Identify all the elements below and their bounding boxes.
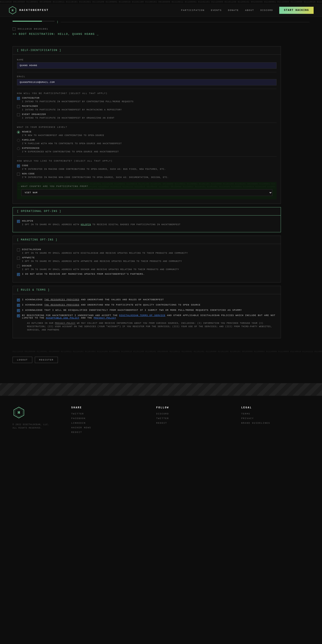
footer-share-linkedin[interactable]: LINKEDIN bbox=[71, 422, 139, 424]
maintainer-checkbox[interactable] bbox=[17, 105, 20, 108]
no-marketing-row: I DO NOT WISH TO RECEIVE ANY MARKETING U… bbox=[17, 273, 277, 276]
divider-3 bbox=[17, 122, 277, 123]
experienced-desc: I'M EXPERIENCED WITH CONTRIBUTING TO OPE… bbox=[22, 151, 277, 153]
holopin-row: HOLOPIN bbox=[17, 220, 277, 223]
footer-share-reddit[interactable]: REDDIT bbox=[71, 431, 139, 434]
holopin-desc: I OPT IN TO SHARE MY EMAIL ADDRESS WITH … bbox=[22, 224, 277, 226]
newbie-label: NEWBIE bbox=[22, 130, 32, 133]
nav-logo: H HACKTOBERFEST bbox=[8, 6, 49, 14]
docker-checkbox[interactable] bbox=[17, 265, 20, 268]
experience-familiar-item: FAMILIAR I'M FAMILIAR WITH HOW TO CONTRI… bbox=[17, 139, 277, 145]
experienced-radio[interactable] bbox=[17, 147, 20, 150]
email-label: EMAIL bbox=[17, 76, 277, 78]
footer-legal-brand[interactable]: BRAND GUIDELINES bbox=[241, 422, 310, 424]
maintainer-label: MAINTAINER bbox=[22, 105, 38, 108]
appwrite-row: APPWRITE bbox=[17, 256, 277, 260]
organizer-desc: I INTEND TO PARTICIPATE IN HACKTOBERFEST… bbox=[22, 117, 277, 119]
rule2-item: I ACKNOWLEDGE THE RESOURCES PROVIDED AND… bbox=[17, 304, 277, 307]
rule1-checkbox[interactable] bbox=[17, 298, 20, 302]
footer-legal-privacy[interactable]: PRIVACY bbox=[241, 417, 310, 420]
no-marketing-item: I DO NOT WISH TO RECEIVE ANY MARKETING U… bbox=[17, 273, 277, 276]
progress-bar-fill bbox=[12, 21, 42, 22]
experience-experienced-row: EXPERIENCED bbox=[17, 147, 277, 150]
nav-link-discord[interactable]: DISCORD bbox=[260, 9, 273, 12]
footer-share-facebook[interactable]: FACEBOOK bbox=[71, 417, 139, 420]
footer-share-twitter[interactable]: TWITTER bbox=[71, 412, 139, 415]
docker-desc: I OPT IN TO SHARE MY EMAIL ADDRESS WITH … bbox=[22, 268, 277, 271]
country-select[interactable]: VIET NAM UNITED STATES UNITED KINGDOM GE… bbox=[21, 189, 272, 196]
rule3-row: I ACKNOWLEDGE THAT I WILL BE DISQUALIFIE… bbox=[17, 309, 277, 312]
nav-link-donate[interactable]: DONATE bbox=[228, 9, 239, 12]
register-button[interactable]: REGISTER bbox=[35, 357, 58, 363]
rule5-content: AS OUTLINED IN OUR PRIVACY POLICY WE MAY… bbox=[17, 321, 277, 332]
footer-follow-discord[interactable]: DISCORD bbox=[156, 412, 224, 415]
participation-maintainer-item: MAINTAINER I INTEND TO PARTICIPATE IN HA… bbox=[17, 105, 277, 111]
digitalocean-item: DIGITALOCEAN I OPT IN TO SHARE MY EMAIL … bbox=[17, 248, 277, 254]
experience-group: WHAT IS YOUR EXPERIENCE LEVEL? NEWBIE I'… bbox=[17, 126, 277, 153]
footer-follow-twitter[interactable]: TWITTER bbox=[156, 417, 224, 420]
participation-organizer-row: EVENT ORGANIZER bbox=[17, 113, 277, 116]
code-checkbox[interactable] bbox=[17, 164, 20, 168]
rules-terms-body: I ACKNOWLEDGE THE RESOURCES PROVIDED AND… bbox=[13, 294, 281, 338]
footer-share-hackernews[interactable]: HACKER NEWS bbox=[71, 426, 139, 429]
familiar-desc: I'M FAMILIAR WITH HOW TO CONTRIBUTE TO O… bbox=[22, 142, 277, 145]
experience-newbie-item: NEWBIE I'M NEW TO HACKTOBERFEST AND CONT… bbox=[17, 130, 277, 136]
contribute-label: HOW WOULD YOU LIKE TO CONTRIBUTE? (SELEC… bbox=[17, 160, 277, 162]
logout-button[interactable]: LOGOUT bbox=[12, 357, 32, 363]
contributor-checkbox[interactable] bbox=[17, 97, 20, 100]
participation-group: HOW WILL YOU BE PARTICIPATING? (SELECT A… bbox=[17, 92, 277, 119]
boot-section: 00111010 00101001 >> BOOT REGISTRATION: … bbox=[0, 26, 322, 42]
operational-optins-body: HOLOPIN I OPT IN TO SHARE MY EMAIL ADDRE… bbox=[13, 216, 281, 232]
experience-familiar-row: FAMILIAR bbox=[17, 139, 277, 142]
rule3-checkbox[interactable] bbox=[17, 309, 20, 312]
footer-brand: H © 2022 DIGITALOCEAN, LLC.ALL RIGHTS RE… bbox=[12, 406, 54, 430]
digitalocean-checkbox[interactable] bbox=[17, 248, 20, 252]
contribute-noncode-row: NON-CODE bbox=[17, 172, 277, 176]
marketing-optins-body: DIGITALOCEAN I OPT IN TO SHARE MY EMAIL … bbox=[13, 244, 281, 282]
footer-legal-terms[interactable]: TERMS bbox=[241, 412, 310, 415]
self-identification-header: [ SELF-IDENTIFICATION ] bbox=[13, 46, 281, 54]
rule2-checkbox[interactable] bbox=[17, 304, 20, 307]
experience-experienced-item: EXPERIENCED I'M EXPERIENCED WITH CONTRIB… bbox=[17, 147, 277, 153]
contribute-noncode-item: NON-CODE I'M INTERESTED IN MAKING NON-CO… bbox=[17, 172, 277, 178]
self-identification-section: [ SELF-IDENTIFICATION ] NAME EMAIL HOW W… bbox=[12, 46, 281, 204]
binary-ticker: 01111010 00100000 01100001 00100000 0111… bbox=[0, 0, 322, 4]
progress-bar-container bbox=[12, 21, 54, 22]
progress-line bbox=[12, 21, 310, 23]
nav-link-events[interactable]: EVENTS bbox=[211, 9, 222, 12]
email-input[interactable] bbox=[17, 79, 277, 86]
contribute-group: HOW WOULD YOU LIKE TO CONTRIBUTE? (SELEC… bbox=[17, 160, 277, 178]
docker-label: DOCKER bbox=[22, 264, 32, 267]
footer-follow-title: FOLLOW bbox=[156, 406, 224, 409]
hacktoberfest-logo: H bbox=[8, 6, 17, 14]
rule2-row: I ACKNOWLEDGE THE RESOURCES PROVIDED AND… bbox=[17, 304, 277, 307]
code-desc: I'M INTERESTED IN MAKING CODE CONTRIBUTI… bbox=[22, 168, 277, 170]
boot-id: 00111010 00101001 bbox=[12, 28, 310, 30]
newbie-radio[interactable] bbox=[17, 131, 20, 134]
stripe-banner-wrapper bbox=[0, 383, 322, 396]
footer-follow-reddit[interactable]: REDDIT bbox=[156, 422, 224, 424]
holopin-item: HOLOPIN I OPT IN TO SHARE MY EMAIL ADDRE… bbox=[17, 220, 277, 226]
organizer-checkbox[interactable] bbox=[17, 113, 20, 116]
holopin-checkbox[interactable] bbox=[17, 220, 20, 223]
familiar-radio[interactable] bbox=[17, 139, 20, 142]
email-field-group: EMAIL bbox=[17, 76, 277, 86]
rule2-label: I ACKNOWLEDGE THE RESOURCES PROVIDED AND… bbox=[22, 304, 200, 306]
participation-label: HOW WILL YOU BE PARTICIPATING? (SELECT A… bbox=[17, 92, 277, 95]
footer-legal-col: LEGAL TERMS PRIVACY BRAND GUIDELINES bbox=[241, 406, 310, 426]
holopin-label: HOLOPIN bbox=[22, 220, 33, 222]
no-marketing-checkbox[interactable] bbox=[17, 273, 20, 276]
appwrite-checkbox[interactable] bbox=[17, 257, 20, 260]
nav-link-participation[interactable]: PARTICIPATION bbox=[181, 9, 205, 12]
non-code-checkbox[interactable] bbox=[17, 173, 20, 176]
name-input[interactable] bbox=[17, 62, 277, 68]
docker-item: DOCKER I OPT IN TO SHARE MY EMAIL ADDRES… bbox=[17, 264, 277, 271]
contributor-label: CONTRIBUTOR bbox=[22, 97, 40, 99]
nav-link-about[interactable]: ABOUT bbox=[245, 9, 254, 12]
rule3-label: I ACKNOWLEDGE THAT I WILL BE DISQUALIFIE… bbox=[22, 309, 242, 312]
footer: H © 2022 DIGITALOCEAN, LLC.ALL RIGHTS RE… bbox=[0, 396, 322, 444]
marketing-optins-section: [ MARKETING OPT-INS ] DIGITALOCEAN I OPT… bbox=[12, 236, 281, 282]
rule4-checkbox[interactable] bbox=[17, 314, 20, 317]
maintainer-desc: I INTEND TO PARTICIPATE IN HACKTOBERFEST… bbox=[22, 109, 277, 111]
start-hacking-button[interactable]: START HACKING bbox=[279, 7, 314, 14]
